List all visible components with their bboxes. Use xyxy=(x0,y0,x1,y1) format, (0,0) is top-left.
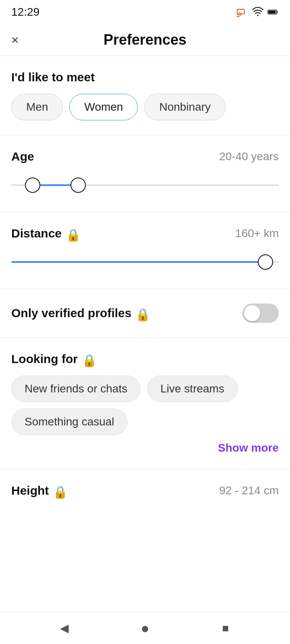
nav-back-button[interactable]: ◀ xyxy=(54,618,75,638)
wifi-icon xyxy=(252,6,263,18)
distance-lock-icon: 🔒 xyxy=(66,228,77,239)
close-button[interactable]: × xyxy=(11,33,19,46)
age-label: Age xyxy=(11,150,34,163)
status-bar: 12:29 xyxy=(0,0,290,24)
chip-new-friends[interactable]: New friends or chats xyxy=(11,376,141,402)
looking-for-chips: New friends or chats Live streams Someth… xyxy=(11,376,279,435)
age-slider[interactable] xyxy=(11,173,279,197)
gender-women-button[interactable]: Women xyxy=(69,94,138,120)
home-icon: ● xyxy=(141,620,149,637)
distance-value: 160+ km xyxy=(235,227,279,240)
svg-rect-4 xyxy=(269,11,276,14)
square-icon: ■ xyxy=(222,622,229,635)
verified-toggle-container: Only verified profiles 🔒 xyxy=(11,303,279,323)
height-label: Height 🔒 xyxy=(11,484,64,497)
svg-point-2 xyxy=(257,14,259,16)
bottom-nav: ◀ ● ■ xyxy=(0,612,290,644)
distance-slider-track xyxy=(11,261,279,263)
looking-for-label: Looking for 🔒 xyxy=(11,352,279,366)
meet-section: I'd like to meet Men Women Nonbinary xyxy=(0,56,290,135)
show-more-button[interactable]: Show more xyxy=(218,442,279,454)
verified-section: Only verified profiles 🔒 xyxy=(0,289,290,338)
meet-label: I'd like to meet xyxy=(11,70,279,84)
distance-slider-fill xyxy=(11,261,265,263)
age-slider-track xyxy=(11,184,279,186)
nav-home-button[interactable]: ● xyxy=(135,618,155,638)
page-title: Preferences xyxy=(104,31,186,48)
looking-for-lock-icon: 🔒 xyxy=(82,353,93,365)
looking-for-section: Looking for 🔒 New friends or chats Live … xyxy=(0,338,290,469)
height-label-row: Height 🔒 92 - 214 cm xyxy=(11,484,279,497)
height-lock-icon: 🔒 xyxy=(53,485,64,496)
gender-men-button[interactable]: Men xyxy=(11,94,63,120)
status-icons xyxy=(237,6,279,18)
verified-toggle[interactable] xyxy=(242,303,279,323)
chip-live-streams[interactable]: Live streams xyxy=(147,376,238,402)
header: × Preferences xyxy=(0,24,290,56)
status-time: 12:29 xyxy=(11,6,39,19)
verified-label: Only verified profiles 🔒 xyxy=(11,306,147,320)
toggle-knob xyxy=(244,305,260,321)
age-slider-max-thumb[interactable] xyxy=(70,178,86,193)
cast-icon xyxy=(237,6,248,18)
distance-slider[interactable] xyxy=(11,250,279,274)
age-value: 20-40 years xyxy=(219,150,279,163)
distance-section: Distance 🔒 160+ km xyxy=(0,212,290,289)
height-value: 92 - 214 cm xyxy=(219,484,279,497)
nav-square-button[interactable]: ■ xyxy=(215,618,236,638)
gender-buttons: Men Women Nonbinary xyxy=(11,94,279,120)
height-section: Height 🔒 92 - 214 cm xyxy=(0,469,290,555)
verified-lock-icon: 🔒 xyxy=(135,308,147,319)
age-label-row: Age 20-40 years xyxy=(11,150,279,163)
back-icon: ◀ xyxy=(60,621,69,635)
chip-something-casual[interactable]: Something casual xyxy=(11,409,128,435)
show-more-container: Show more xyxy=(11,442,279,454)
age-section: Age 20-40 years xyxy=(0,135,290,212)
age-slider-min-thumb[interactable] xyxy=(25,178,40,193)
battery-icon xyxy=(267,6,279,18)
distance-label-row: Distance 🔒 160+ km xyxy=(11,227,279,240)
gender-nonbinary-button[interactable]: Nonbinary xyxy=(144,94,226,120)
distance-slider-thumb[interactable] xyxy=(258,254,273,270)
distance-label: Distance 🔒 xyxy=(11,227,77,240)
